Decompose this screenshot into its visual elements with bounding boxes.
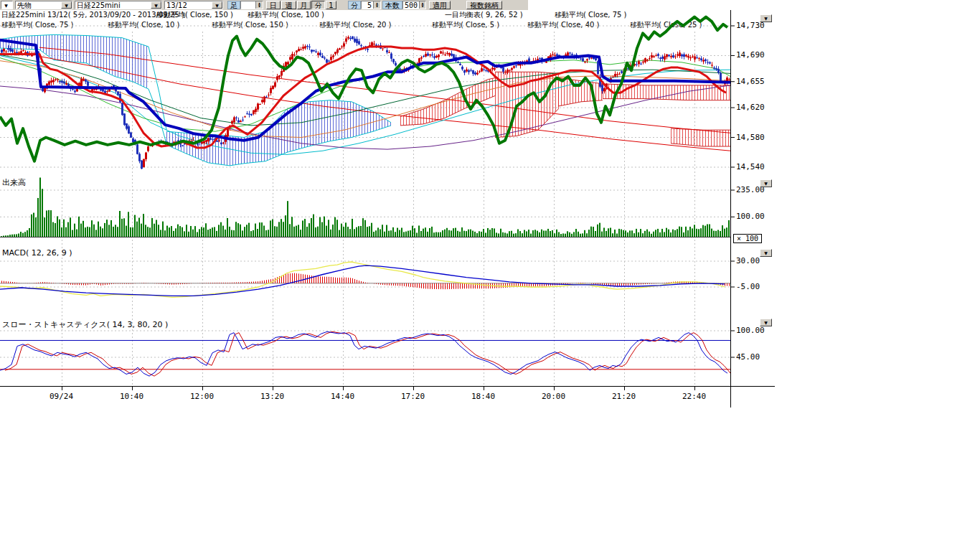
bar-count-label: 本数 <box>382 1 402 9</box>
multi-symbol-button[interactable]: 複数銘柄 <box>466 1 502 9</box>
chevron-down-icon: ▼ <box>61 1 72 9</box>
bar-count-spinner[interactable]: 500 ▲▼ <box>402 1 426 9</box>
contract-month-value: 13/12 <box>165 1 212 9</box>
mini-dropdown[interactable]: ▼ <box>1 1 13 9</box>
spinner-arrows-icon[interactable]: ▲▼ <box>255 1 263 9</box>
chevron-down-icon: ▼ <box>151 1 161 9</box>
apply-button[interactable]: 適用 <box>429 1 451 9</box>
stoch-panel-dropdown[interactable]: ▼ <box>760 319 772 326</box>
toolbar: ▼ 先物 ▼ 日経225mini ▼ 13/12 ▼ 足 ▲▼ 日 週 月 分 … <box>0 0 528 10</box>
bar-type-label: 足 <box>227 1 240 9</box>
symbol-value: 日経225mini <box>75 1 151 9</box>
period-week-button[interactable]: 週 <box>281 1 296 9</box>
period-minute-button[interactable]: 分 <box>311 1 325 9</box>
instrument-select[interactable]: 先物 ▼ <box>15 1 72 9</box>
macd-panel-dropdown[interactable]: ▼ <box>760 249 772 257</box>
bar-count-spinner-value: 500 <box>403 1 419 9</box>
period-month-button[interactable]: 月 <box>297 1 311 9</box>
bar-type-spinner[interactable]: ▲▼ <box>240 1 263 9</box>
minute-spinner-value: 5 <box>362 1 373 9</box>
volume-panel-dropdown[interactable]: ▼ <box>760 179 772 187</box>
chevron-down-icon: ▼ <box>1 1 11 9</box>
minute-spinner[interactable]: 5 ▲▼ <box>361 1 381 9</box>
spinner-arrows-icon[interactable]: ▲▼ <box>419 1 425 9</box>
period-day-button[interactable]: 日 <box>266 1 281 9</box>
bar-type-spinner-value <box>241 1 255 9</box>
price-panel-dropdown[interactable]: ▼ <box>760 14 772 22</box>
symbol-select[interactable]: 日経225mini ▼ <box>75 1 162 9</box>
contract-month-select[interactable]: 13/12 ▼ <box>164 1 223 9</box>
chevron-down-icon: ▼ <box>212 1 222 9</box>
instrument-value: 先物 <box>16 1 61 9</box>
minute-label: 分 <box>348 1 361 9</box>
spinner-arrows-icon[interactable]: ▲▼ <box>373 1 380 9</box>
app-window: ▼ 先物 ▼ 日経225mini ▼ 13/12 ▼ 足 ▲▼ 日 週 月 分 … <box>0 0 980 551</box>
period-one-button[interactable]: 1 <box>326 1 336 9</box>
chart-canvas[interactable] <box>0 0 980 551</box>
